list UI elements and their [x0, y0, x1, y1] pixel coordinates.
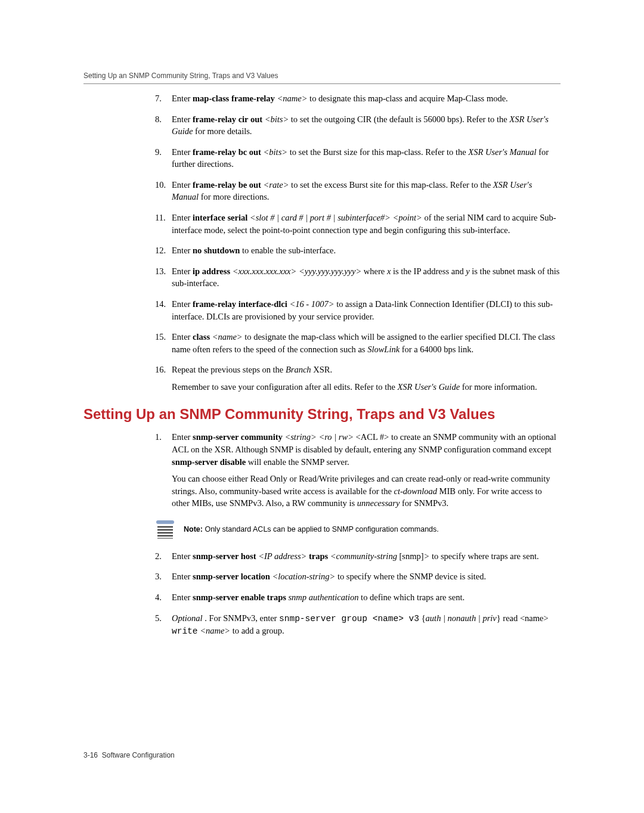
- arg: <community-string: [328, 551, 399, 561]
- procedure-steps-c: Enter snmp-server host <IP address> trap…: [155, 550, 561, 638]
- cmd: frame-relay interface-dlci: [193, 299, 287, 309]
- tt: snmp-server group <name> v3: [279, 614, 419, 623]
- note-callout: Note: Only standard ACLs can be applied …: [155, 519, 561, 539]
- cmd: snmp-server host: [193, 551, 256, 561]
- arg: <name>: [275, 94, 308, 103]
- cmd: frame-relay bc out: [193, 147, 261, 157]
- step-16: Repeat the previous steps on the Branch …: [155, 364, 561, 393]
- step-9: Enter frame-relay bc out <bits> to set t…: [155, 146, 561, 170]
- cmd: snmp-server enable traps: [193, 592, 286, 602]
- snmp-step-1-note: You can choose either Read Only or Read/…: [172, 473, 561, 510]
- footer-label: Software Configuration: [102, 751, 175, 759]
- step-11: Enter interface serial <slot # | card # …: [155, 212, 561, 236]
- arg: <slot # | card # | port # | subinterface…: [247, 213, 422, 222]
- page-number: 3-16: [83, 751, 98, 759]
- arg: <IP address>: [256, 551, 309, 561]
- cmd: snmp-server location: [193, 572, 270, 581]
- arg: <name>: [198, 626, 231, 635]
- arg: <bits>: [262, 114, 289, 124]
- step-13: Enter ip address <xxx.xxx.xxx.xxx> <yyy.…: [155, 265, 561, 290]
- note-icon: [155, 519, 175, 539]
- step-8: Enter frame-relay cir out <bits> to set …: [155, 113, 561, 138]
- snmp-step-2: Enter snmp-server host <IP address> trap…: [155, 550, 561, 563]
- arg: <location-string>: [270, 572, 335, 581]
- cmd: interface serial: [193, 213, 247, 222]
- step-15: Enter class <name> to designate the map-…: [155, 331, 561, 355]
- arg: <string> <ro | rw>: [283, 432, 356, 442]
- cmd: frame-relay cir out: [193, 114, 262, 124]
- arg: <name>: [210, 332, 243, 342]
- snmp-step-3: Enter snmp-server location <location-str…: [155, 570, 561, 583]
- arg: <bits>: [261, 147, 287, 157]
- cmd: snmp-server community: [193, 432, 283, 442]
- cmd: snmp-server disable: [172, 457, 246, 467]
- svg-rect-0: [156, 520, 174, 524]
- arg: snmp authentication: [286, 592, 359, 602]
- procedure-steps-b: Enter snmp-server community <string> <ro…: [155, 431, 561, 509]
- cmd: class: [193, 332, 210, 342]
- running-header: Setting Up an SNMP Community String, Tra…: [83, 72, 561, 80]
- step-10: Enter frame-relay be out <rate> to set t…: [155, 179, 561, 203]
- tt: write: [172, 626, 198, 636]
- arg: <16 - 1007>: [287, 299, 335, 309]
- cmd: frame-relay be out: [193, 180, 261, 190]
- section-heading-snmp: Setting Up an SNMP Community String, Tra…: [83, 406, 561, 423]
- snmp-step-1: Enter snmp-server community <string> <ro…: [155, 431, 561, 509]
- note-text: Note: Only standard ACLs can be applied …: [184, 525, 439, 533]
- snmp-step-4: Enter snmp-server enable traps snmp auth…: [155, 591, 561, 604]
- cmd: ip address: [193, 266, 230, 276]
- step-12: Enter no shutdown to enable the sub-inte…: [155, 244, 561, 257]
- main-content: Enter map-class frame-relay <name> to de…: [155, 92, 561, 638]
- snmp-step-5: Optional . For SNMPv3, enter snmp-server…: [155, 612, 561, 638]
- procedure-steps-a: Enter map-class frame-relay <name> to de…: [155, 92, 561, 393]
- cmd: map-class frame-relay: [193, 94, 275, 103]
- step-16-note: Remember to save your configuration afte…: [172, 381, 561, 393]
- header-rule: [83, 83, 561, 84]
- arg: <rate>: [261, 180, 289, 190]
- arg: <xxx.xxx.xxx.xxx> <yyy.yyy.yyy.yyy>: [230, 266, 361, 276]
- cmd: no shutdown: [193, 246, 240, 255]
- cmd: traps: [309, 551, 328, 561]
- page-footer: 3-16 Software Configuration: [83, 751, 175, 759]
- step-14: Enter frame-relay interface-dlci <16 - 1…: [155, 298, 561, 322]
- step-7: Enter map-class frame-relay <name> to de…: [155, 92, 561, 105]
- note-label: Note:: [184, 525, 203, 533]
